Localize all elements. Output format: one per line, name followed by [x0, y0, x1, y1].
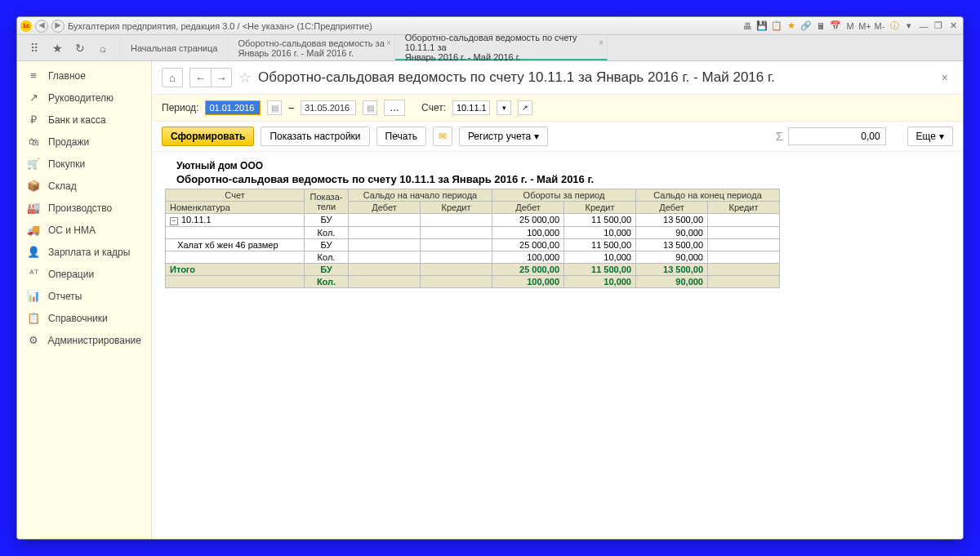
- th-debit: Дебет: [492, 202, 564, 214]
- th-debit: Дебет: [349, 202, 421, 214]
- sidebar-item[interactable]: 📋Справочники: [17, 307, 151, 329]
- link-icon[interactable]: 🔗: [800, 20, 813, 33]
- tabs: Начальная страница Оборотно-сальдовая ве…: [121, 35, 963, 60]
- search-icon[interactable]: ⌕: [96, 41, 110, 56]
- sidebar-item[interactable]: 🚚ОС и НМА: [17, 219, 151, 241]
- minimize-icon[interactable]: —: [917, 20, 930, 33]
- m-plus-btn[interactable]: М+: [858, 20, 871, 33]
- sidebar-label: Администрирование: [48, 335, 141, 346]
- nav-fwd-icon[interactable]: ⯈: [51, 20, 65, 33]
- calendar-icon[interactable]: 📅: [829, 20, 842, 33]
- sigma-icon: Σ: [776, 130, 783, 143]
- m-btn[interactable]: М: [844, 20, 857, 33]
- th-saldo-start: Сальдо на начало периода: [349, 189, 492, 202]
- sidebar-label: Покупки: [48, 158, 85, 170]
- th-indicators: Показа- тели: [305, 189, 349, 214]
- table-total-row: Кол.100,00010,00090,000: [166, 275, 780, 287]
- favorite-star-icon[interactable]: ☆: [238, 69, 252, 87]
- forward-button[interactable]: →: [211, 68, 232, 87]
- page-header: ⌂ ← → ☆ Оборотно-сальдовая ведомость по …: [152, 61, 963, 94]
- app-title: Бухгалтерия предприятия, редакция 3.0 / …: [68, 21, 372, 31]
- tab-close-icon[interactable]: ×: [599, 38, 604, 47]
- generate-button[interactable]: Сформировать: [162, 127, 254, 146]
- close-icon[interactable]: ✕: [947, 20, 960, 33]
- sidebar-icon: 📊: [27, 290, 40, 302]
- table-row: Кол.100,00010,00090,000: [166, 226, 780, 238]
- maximize-icon[interactable]: ❐: [932, 20, 945, 33]
- th-credit: Кредит: [564, 202, 636, 214]
- sidebar-label: Банк и касса: [48, 114, 106, 126]
- sum-input[interactable]: [788, 127, 886, 145]
- table-row: Халат хб жен 46 размерБУ25 000,0011 500,…: [166, 238, 780, 251]
- page-close-icon[interactable]: ×: [937, 71, 953, 84]
- date-from-input[interactable]: [205, 100, 261, 115]
- chevron-down-icon: ▾: [939, 131, 944, 142]
- save-icon[interactable]: 💾: [755, 20, 768, 33]
- apps-icon[interactable]: ⠿: [27, 41, 42, 56]
- th-saldo-end: Сальдо на конец периода: [636, 189, 780, 202]
- sidebar-item[interactable]: ≡Главное: [17, 64, 151, 87]
- sidebar-item[interactable]: ᴬᵀОперации: [17, 263, 151, 285]
- date-to-input[interactable]: [301, 100, 356, 115]
- table-row: −10.11.1БУ25 000,0011 500,0013 500,00: [166, 214, 780, 227]
- sidebar-item[interactable]: 👤Зарплата и кадры: [17, 241, 151, 263]
- history-icon[interactable]: ↻: [73, 41, 87, 56]
- tab-osv[interactable]: Оборотно-сальдовая ведомость за Январь 2…: [228, 35, 394, 60]
- star-icon[interactable]: ★: [50, 41, 65, 56]
- period-picker-button[interactable]: …: [384, 100, 405, 116]
- report-title: Оборотно-сальдовая ведомость по счету 10…: [162, 171, 953, 189]
- logo-1c-icon: 1c: [20, 20, 32, 32]
- email-button[interactable]: ✉: [433, 127, 452, 146]
- sidebar: ≡Главное↗Руководителю₽Банк и касса🛍Прода…: [17, 61, 152, 539]
- account-dropdown-icon[interactable]: ▾: [497, 100, 511, 115]
- calendar-from-icon[interactable]: ▤: [267, 100, 282, 115]
- sidebar-icon: ≡: [27, 69, 40, 82]
- th-credit: Кредит: [421, 202, 492, 214]
- params-bar: Период: ▤ – ▤ … Счет: ▾ ↗: [152, 94, 963, 122]
- account-label: Счет:: [421, 102, 446, 113]
- sidebar-item[interactable]: 🛍Продажи: [17, 131, 151, 153]
- period-label: Период:: [162, 102, 198, 113]
- sidebar-item[interactable]: 🛒Покупки: [17, 153, 151, 175]
- sidebar-icon: 🛍: [27, 136, 40, 148]
- m-minus-btn[interactable]: М-: [873, 20, 886, 33]
- account-input[interactable]: [452, 100, 490, 115]
- sidebar-label: Операции: [48, 269, 94, 280]
- sidebar-item[interactable]: ↗Руководителю: [17, 87, 151, 109]
- tab-close-icon[interactable]: ×: [386, 38, 391, 47]
- nav-back-icon[interactable]: ⯇: [35, 20, 48, 33]
- info-icon[interactable]: ⓘ: [888, 20, 901, 33]
- sidebar-item[interactable]: ₽Банк и касса: [17, 109, 151, 131]
- register-button[interactable]: Регистр учета ▾: [459, 127, 548, 146]
- table-row: Кол.100,00010,00090,000: [166, 251, 780, 263]
- sidebar-item[interactable]: 📦Склад: [17, 175, 151, 197]
- favorite-icon[interactable]: ★: [785, 20, 798, 33]
- more-button[interactable]: Еще ▾: [907, 127, 953, 146]
- tab-home[interactable]: Начальная страница: [121, 35, 228, 60]
- chevron-down-icon: ▾: [534, 131, 539, 142]
- account-open-icon[interactable]: ↗: [518, 100, 532, 115]
- home-button[interactable]: ⌂: [162, 68, 183, 87]
- tab-osv-account[interactable]: Оборотно-сальдовая ведомость по счету 10…: [395, 35, 608, 60]
- collapse-icon[interactable]: −: [170, 217, 178, 225]
- sidebar-label: ОС и НМА: [48, 225, 96, 236]
- clipboard-icon[interactable]: 📋: [770, 20, 783, 33]
- show-settings-button[interactable]: Показать настройки: [261, 127, 369, 146]
- sidebar-item[interactable]: 🏭Производство: [17, 197, 151, 219]
- dash: –: [288, 102, 294, 113]
- dropdown-icon[interactable]: ▾: [902, 20, 915, 33]
- print-icon[interactable]: 🖶: [741, 20, 754, 33]
- app-window: 1c ⯇ ⯈ Бухгалтерия предприятия, редакция…: [16, 16, 964, 540]
- th-debit: Дебет: [636, 202, 708, 214]
- print-button[interactable]: Печать: [376, 127, 426, 146]
- sidebar-item[interactable]: ⚙Администрирование: [17, 329, 151, 351]
- toolbar: Сформировать Показать настройки Печать ✉…: [152, 122, 963, 152]
- sidebar-item[interactable]: 📊Отчеты: [17, 285, 151, 307]
- th-credit: Кредит: [708, 202, 780, 214]
- back-button[interactable]: ←: [189, 68, 211, 87]
- calc-icon[interactable]: 🖩: [814, 20, 827, 33]
- sidebar-icon: 🏭: [27, 202, 40, 214]
- calendar-to-icon[interactable]: ▤: [363, 100, 377, 115]
- sidebar-label: Руководителю: [48, 92, 114, 104]
- report-org: Уютный дом ООО: [162, 158, 953, 171]
